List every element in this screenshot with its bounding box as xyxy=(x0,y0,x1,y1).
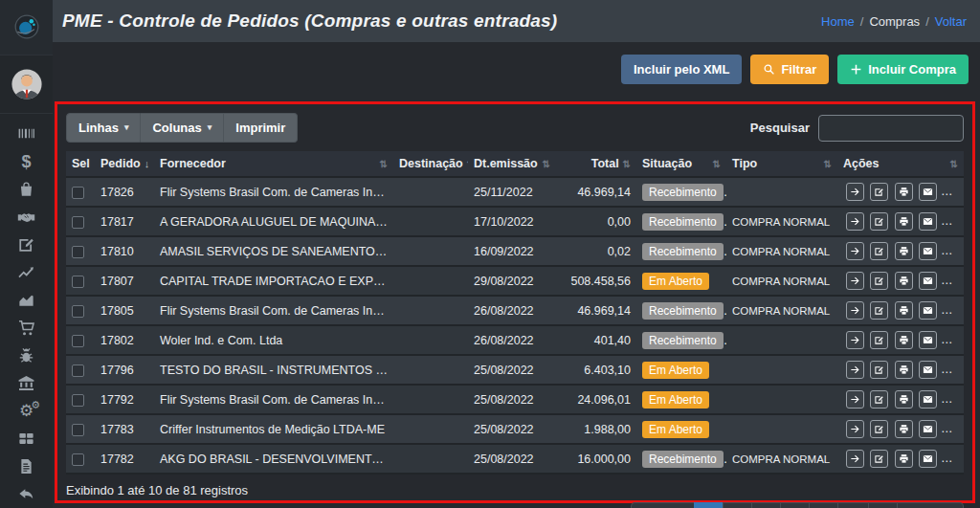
print-table-button[interactable]: Imprimir xyxy=(224,113,298,143)
email-order-button[interactable] xyxy=(919,212,937,231)
open-order-button[interactable] xyxy=(846,242,864,260)
edit-order-button[interactable] xyxy=(870,331,888,349)
sidebar-item-settings[interactable]: ⚙⚙ xyxy=(0,397,53,425)
open-order-button[interactable] xyxy=(846,331,864,349)
open-order-button[interactable] xyxy=(846,420,864,438)
whatsapp-button[interactable] xyxy=(944,390,962,409)
edit-order-button[interactable] xyxy=(870,242,888,260)
header-situacao[interactable]: Situação ⇅ xyxy=(636,151,726,177)
email-order-button[interactable] xyxy=(919,183,937,201)
whatsapp-button[interactable] xyxy=(944,450,962,468)
whatsapp-button[interactable] xyxy=(944,272,962,290)
sidebar-item-back[interactable] xyxy=(0,480,53,508)
pagination-page-9[interactable]: 9 xyxy=(868,502,898,508)
print-order-button[interactable] xyxy=(895,331,913,349)
print-order-button[interactable] xyxy=(895,301,913,320)
sidebar-item-orders[interactable] xyxy=(0,231,53,258)
search-input[interactable] xyxy=(818,115,964,142)
sidebar-item-analytics[interactable] xyxy=(0,286,53,314)
row-checkbox[interactable] xyxy=(72,216,84,229)
open-order-button[interactable] xyxy=(846,212,864,231)
header-acoes[interactable]: Ações ⇅ xyxy=(837,151,964,177)
edit-order-button[interactable] xyxy=(870,361,888,379)
row-checkbox[interactable] xyxy=(72,305,84,318)
row-checkbox[interactable] xyxy=(72,364,84,377)
open-order-button[interactable] xyxy=(846,301,864,320)
print-order-button[interactable] xyxy=(895,420,913,438)
whatsapp-button[interactable] xyxy=(944,183,962,201)
print-order-button[interactable] xyxy=(895,390,913,409)
edit-order-button[interactable] xyxy=(870,272,888,290)
include-purchase-button[interactable]: Incluir Compra xyxy=(837,55,969,84)
columns-dropdown-button[interactable]: Colunas ▾ xyxy=(141,113,224,143)
email-order-button[interactable] xyxy=(919,331,937,349)
pagination-next[interactable]: Próximo xyxy=(897,502,964,508)
edit-order-button[interactable] xyxy=(870,301,888,320)
header-pedido[interactable]: Pedido ↓ xyxy=(95,151,154,177)
sidebar-item-fiscal[interactable] xyxy=(0,369,53,397)
open-order-button[interactable] xyxy=(846,450,864,468)
print-order-button[interactable] xyxy=(895,450,913,468)
open-order-button[interactable] xyxy=(846,272,864,290)
print-order-button[interactable] xyxy=(895,242,913,260)
edit-order-button[interactable] xyxy=(870,390,888,409)
sidebar-item-purchases[interactable] xyxy=(0,175,53,203)
whatsapp-button[interactable] xyxy=(944,301,962,320)
email-order-button[interactable] xyxy=(919,242,937,260)
app-logo[interactable] xyxy=(0,0,53,55)
email-order-button[interactable] xyxy=(919,390,937,409)
rows-dropdown-button[interactable]: Linhas ▾ xyxy=(66,113,141,143)
open-order-button[interactable] xyxy=(846,390,864,409)
header-total[interactable]: Total ⇅ xyxy=(556,151,636,177)
pagination-page-1[interactable]: 1 xyxy=(694,502,724,508)
pagination-page-3[interactable]: 3 xyxy=(751,502,781,508)
sidebar-item-partners[interactable] xyxy=(0,203,53,231)
row-checkbox[interactable] xyxy=(72,187,84,199)
email-order-button[interactable] xyxy=(919,420,937,438)
print-order-button[interactable] xyxy=(895,183,913,201)
print-order-button[interactable] xyxy=(895,212,913,231)
whatsapp-button[interactable] xyxy=(944,420,962,438)
open-order-button[interactable] xyxy=(846,183,864,201)
sidebar-item-finance[interactable]: $ xyxy=(0,147,53,175)
header-fornecedor[interactable]: Fornecedor ⇅ xyxy=(154,151,393,177)
row-checkbox[interactable] xyxy=(72,394,84,407)
email-order-button[interactable] xyxy=(919,361,937,379)
breadcrumb-home[interactable]: Home xyxy=(821,14,855,29)
filter-button[interactable]: Filtrar xyxy=(750,55,829,84)
header-tipo[interactable]: Tipo ⇅ xyxy=(726,151,837,177)
whatsapp-button[interactable] xyxy=(944,212,962,231)
breadcrumb-back[interactable]: Voltar xyxy=(935,14,967,29)
row-checkbox[interactable] xyxy=(72,453,84,466)
print-order-button[interactable] xyxy=(895,272,913,290)
pagination-prev[interactable]: Anterior xyxy=(631,502,696,508)
user-avatar[interactable] xyxy=(0,55,53,114)
sidebar-item-tables[interactable] xyxy=(0,425,53,453)
email-order-button[interactable] xyxy=(919,301,937,320)
sidebar-item-documents[interactable] xyxy=(0,453,53,480)
row-checkbox[interactable] xyxy=(72,246,84,258)
sidebar-item-barcode[interactable] xyxy=(0,120,53,147)
include-xml-button[interactable]: Incluir pelo XML xyxy=(621,55,742,84)
edit-order-button[interactable] xyxy=(870,183,888,201)
pagination-page-...[interactable]: ... xyxy=(837,502,869,508)
whatsapp-button[interactable] xyxy=(944,242,962,260)
header-destinacao[interactable]: Destinação ⇅ xyxy=(393,151,468,177)
header-dt-emissao[interactable]: Dt.emissão ⇅ xyxy=(468,151,556,177)
pagination-page-5[interactable]: 5 xyxy=(809,502,838,508)
email-order-button[interactable] xyxy=(919,272,937,290)
row-checkbox[interactable] xyxy=(72,424,84,436)
edit-order-button[interactable] xyxy=(870,420,888,438)
open-order-button[interactable] xyxy=(846,361,864,379)
whatsapp-button[interactable] xyxy=(944,361,962,379)
sidebar-item-cart[interactable] xyxy=(0,314,53,342)
email-order-button[interactable] xyxy=(919,450,937,468)
sidebar-item-bug[interactable] xyxy=(0,342,53,369)
pagination-page-4[interactable]: 4 xyxy=(780,502,810,508)
row-checkbox[interactable] xyxy=(72,335,84,347)
print-order-button[interactable] xyxy=(895,361,913,379)
row-checkbox[interactable] xyxy=(72,276,84,288)
edit-order-button[interactable] xyxy=(870,212,888,231)
sidebar-item-reports[interactable] xyxy=(0,258,53,286)
whatsapp-button[interactable] xyxy=(944,331,962,349)
